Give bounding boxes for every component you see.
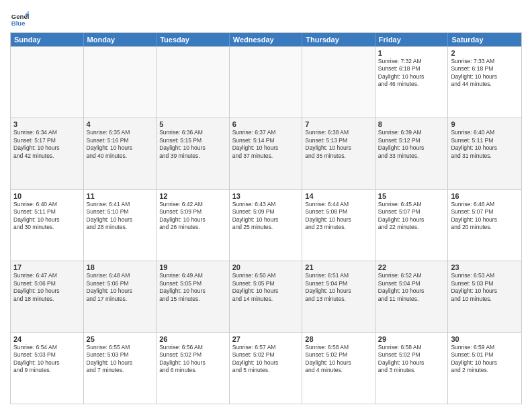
- calendar-cell: 26Sunrise: 6:56 AM Sunset: 5:02 PM Dayli…: [157, 333, 230, 404]
- day-info: Sunrise: 6:36 AM Sunset: 5:15 PM Dayligh…: [159, 129, 226, 160]
- day-number: 23: [451, 263, 519, 271]
- day-number: 1: [378, 49, 445, 57]
- calendar-row: 24Sunrise: 6:54 AM Sunset: 5:03 PM Dayli…: [11, 332, 521, 404]
- day-info: Sunrise: 6:57 AM Sunset: 5:02 PM Dayligh…: [232, 344, 300, 375]
- calendar-cell: 19Sunrise: 6:49 AM Sunset: 5:05 PM Dayli…: [157, 261, 230, 332]
- day-of-week-header: Friday: [375, 33, 449, 46]
- day-info: Sunrise: 6:48 AM Sunset: 5:06 PM Dayligh…: [87, 272, 154, 303]
- day-number: 7: [305, 120, 372, 128]
- day-info: Sunrise: 6:46 AM Sunset: 5:07 PM Dayligh…: [451, 201, 519, 232]
- calendar-header: SundayMondayTuesdayWednesdayThursdayFrid…: [11, 33, 521, 46]
- day-of-week-header: Thursday: [302, 33, 375, 46]
- day-number: 10: [13, 192, 81, 200]
- day-info: Sunrise: 6:37 AM Sunset: 5:14 PM Dayligh…: [232, 129, 300, 160]
- calendar-cell: 8Sunrise: 6:39 AM Sunset: 5:12 PM Daylig…: [375, 118, 449, 189]
- day-info: Sunrise: 6:47 AM Sunset: 5:06 PM Dayligh…: [13, 272, 81, 303]
- day-info: Sunrise: 6:58 AM Sunset: 5:02 PM Dayligh…: [378, 344, 445, 375]
- day-of-week-header: Tuesday: [157, 33, 230, 46]
- day-number: 3: [13, 120, 81, 128]
- day-number: 14: [305, 192, 372, 200]
- day-number: 28: [305, 335, 372, 343]
- day-number: 4: [87, 120, 154, 128]
- day-info: Sunrise: 6:45 AM Sunset: 5:07 PM Dayligh…: [378, 201, 445, 232]
- calendar-cell: 3Sunrise: 6:34 AM Sunset: 5:17 PM Daylig…: [11, 118, 84, 189]
- day-info: Sunrise: 6:38 AM Sunset: 5:13 PM Dayligh…: [305, 129, 372, 160]
- day-number: 30: [451, 335, 519, 343]
- calendar-body: 1Sunrise: 7:32 AM Sunset: 6:18 PM Daylig…: [11, 46, 521, 404]
- day-number: 13: [232, 192, 300, 200]
- day-info: Sunrise: 6:41 AM Sunset: 5:10 PM Dayligh…: [87, 201, 154, 232]
- day-number: 8: [378, 120, 445, 128]
- day-of-week-header: Wednesday: [230, 33, 303, 46]
- svg-text:Blue: Blue: [11, 19, 26, 27]
- calendar-cell: 11Sunrise: 6:41 AM Sunset: 5:10 PM Dayli…: [84, 190, 157, 261]
- calendar-cell: 15Sunrise: 6:45 AM Sunset: 5:07 PM Dayli…: [375, 190, 449, 261]
- calendar-cell: 12Sunrise: 6:42 AM Sunset: 5:09 PM Dayli…: [157, 190, 230, 261]
- calendar-cell: 5Sunrise: 6:36 AM Sunset: 5:15 PM Daylig…: [157, 118, 230, 189]
- calendar-row: 17Sunrise: 6:47 AM Sunset: 5:06 PM Dayli…: [11, 261, 521, 332]
- day-number: 9: [451, 120, 519, 128]
- day-info: Sunrise: 6:44 AM Sunset: 5:08 PM Dayligh…: [305, 201, 372, 232]
- day-info: Sunrise: 6:42 AM Sunset: 5:09 PM Dayligh…: [159, 201, 226, 232]
- calendar-cell: 24Sunrise: 6:54 AM Sunset: 5:03 PM Dayli…: [11, 333, 84, 404]
- calendar-cell: 2Sunrise: 7:33 AM Sunset: 6:18 PM Daylig…: [448, 47, 521, 118]
- header: General Blue: [10, 7, 522, 28]
- day-info: Sunrise: 6:49 AM Sunset: 5:05 PM Dayligh…: [159, 272, 226, 303]
- day-number: 20: [232, 263, 300, 271]
- day-info: Sunrise: 6:52 AM Sunset: 5:04 PM Dayligh…: [378, 272, 445, 303]
- calendar-cell: 22Sunrise: 6:52 AM Sunset: 5:04 PM Dayli…: [375, 261, 449, 332]
- calendar-cell: 13Sunrise: 6:43 AM Sunset: 5:09 PM Dayli…: [230, 190, 303, 261]
- calendar-cell: 6Sunrise: 6:37 AM Sunset: 5:14 PM Daylig…: [230, 118, 303, 189]
- day-info: Sunrise: 6:34 AM Sunset: 5:17 PM Dayligh…: [13, 129, 81, 160]
- calendar-cell: 25Sunrise: 6:55 AM Sunset: 5:03 PM Dayli…: [84, 333, 157, 404]
- day-info: Sunrise: 6:50 AM Sunset: 5:05 PM Dayligh…: [232, 272, 300, 303]
- day-info: Sunrise: 7:33 AM Sunset: 6:18 PM Dayligh…: [451, 58, 519, 89]
- day-of-week-header: Sunday: [11, 33, 84, 46]
- day-info: Sunrise: 6:58 AM Sunset: 5:02 PM Dayligh…: [305, 344, 372, 375]
- day-info: Sunrise: 6:40 AM Sunset: 5:11 PM Dayligh…: [13, 201, 81, 232]
- day-info: Sunrise: 6:53 AM Sunset: 5:03 PM Dayligh…: [451, 272, 519, 303]
- calendar-cell: 23Sunrise: 6:53 AM Sunset: 5:03 PM Dayli…: [448, 261, 521, 332]
- calendar-row: 1Sunrise: 7:32 AM Sunset: 6:18 PM Daylig…: [11, 46, 521, 118]
- day-info: Sunrise: 6:40 AM Sunset: 5:11 PM Dayligh…: [451, 129, 519, 160]
- day-number: 27: [232, 335, 300, 343]
- calendar-cell: 21Sunrise: 6:51 AM Sunset: 5:04 PM Dayli…: [302, 261, 375, 332]
- day-of-week-header: Monday: [84, 33, 157, 46]
- day-number: 16: [451, 192, 519, 200]
- calendar-cell: 28Sunrise: 6:58 AM Sunset: 5:02 PM Dayli…: [302, 333, 375, 404]
- day-number: 22: [378, 263, 445, 271]
- calendar-cell: 7Sunrise: 6:38 AM Sunset: 5:13 PM Daylig…: [302, 118, 375, 189]
- day-number: 6: [232, 120, 300, 128]
- calendar: SundayMondayTuesdayWednesdayThursdayFrid…: [10, 32, 522, 404]
- calendar-cell: 9Sunrise: 6:40 AM Sunset: 5:11 PM Daylig…: [448, 118, 521, 189]
- page: General Blue SundayMondayTuesdayWednesda…: [0, 0, 532, 411]
- calendar-cell: 16Sunrise: 6:46 AM Sunset: 5:07 PM Dayli…: [448, 190, 521, 261]
- day-info: Sunrise: 7:32 AM Sunset: 6:18 PM Dayligh…: [378, 58, 445, 89]
- day-number: 25: [87, 335, 154, 343]
- calendar-cell: [157, 47, 230, 118]
- day-info: Sunrise: 6:56 AM Sunset: 5:02 PM Dayligh…: [159, 344, 226, 375]
- day-info: Sunrise: 6:35 AM Sunset: 5:16 PM Dayligh…: [87, 129, 154, 160]
- day-number: 18: [87, 263, 154, 271]
- day-info: Sunrise: 6:43 AM Sunset: 5:09 PM Dayligh…: [232, 201, 300, 232]
- day-number: 19: [159, 263, 226, 271]
- day-number: 5: [159, 120, 226, 128]
- day-number: 17: [13, 263, 81, 271]
- day-info: Sunrise: 6:39 AM Sunset: 5:12 PM Dayligh…: [378, 129, 445, 160]
- day-of-week-header: Saturday: [448, 33, 521, 46]
- day-number: 26: [159, 335, 226, 343]
- day-info: Sunrise: 6:51 AM Sunset: 5:04 PM Dayligh…: [305, 272, 372, 303]
- calendar-cell: 27Sunrise: 6:57 AM Sunset: 5:02 PM Dayli…: [230, 333, 303, 404]
- day-number: 12: [159, 192, 226, 200]
- day-info: Sunrise: 6:54 AM Sunset: 5:03 PM Dayligh…: [13, 344, 81, 375]
- calendar-cell: 10Sunrise: 6:40 AM Sunset: 5:11 PM Dayli…: [11, 190, 84, 261]
- calendar-cell: 17Sunrise: 6:47 AM Sunset: 5:06 PM Dayli…: [11, 261, 84, 332]
- logo-icon: General Blue: [10, 9, 29, 28]
- calendar-cell: 20Sunrise: 6:50 AM Sunset: 5:05 PM Dayli…: [230, 261, 303, 332]
- day-number: 15: [378, 192, 445, 200]
- calendar-cell: 1Sunrise: 7:32 AM Sunset: 6:18 PM Daylig…: [375, 47, 449, 118]
- calendar-cell: 29Sunrise: 6:58 AM Sunset: 5:02 PM Dayli…: [375, 333, 449, 404]
- calendar-cell: 14Sunrise: 6:44 AM Sunset: 5:08 PM Dayli…: [302, 190, 375, 261]
- calendar-row: 3Sunrise: 6:34 AM Sunset: 5:17 PM Daylig…: [11, 118, 521, 189]
- day-number: 24: [13, 335, 81, 343]
